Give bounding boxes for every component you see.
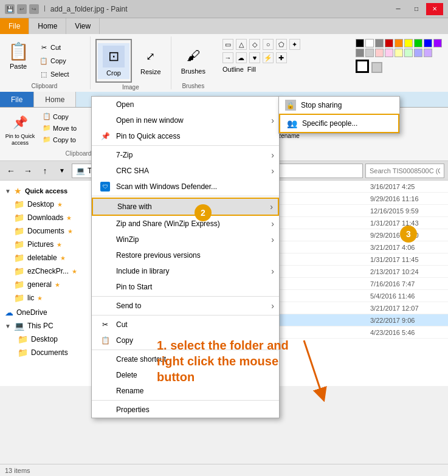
- ctx-restore[interactable]: Restore previous versions: [92, 247, 279, 263]
- shape-heart[interactable]: ♥: [249, 52, 260, 63]
- ctx-delete[interactable]: Delete: [92, 367, 279, 383]
- color-blue[interactable]: [424, 39, 432, 47]
- paint-tab-view[interactable]: View: [66, 18, 100, 34]
- color-gray2[interactable]: [356, 49, 364, 57]
- exp-copy-button[interactable]: 📋 Copy: [39, 111, 94, 122]
- up-button[interactable]: ↑: [38, 164, 52, 178]
- explorer-tab-file[interactable]: File: [0, 92, 34, 107]
- color-lightgreen[interactable]: [404, 49, 413, 57]
- brushes-button[interactable]: 🖌 Brushes: [176, 39, 210, 81]
- sidebar-item-downloads[interactable]: 📁 Downloads ★: [0, 211, 94, 224]
- ctx-pin-quick[interactable]: 📌 Pin to Quick access: [92, 128, 279, 144]
- shape-star4[interactable]: ✦: [289, 39, 300, 50]
- file-date-cell: 3/21/2017 4:06: [370, 244, 443, 251]
- ctx-copy[interactable]: 📋 Copy: [92, 333, 279, 348]
- ctx-cut[interactable]: ✂ Cut: [92, 317, 279, 333]
- exp-copyto-button[interactable]: 📁 Copy to: [39, 134, 94, 145]
- sidebar-item-ezcheck[interactable]: 📁 ezCheckPr... ★: [0, 264, 94, 278]
- paint-ribbon-tabs: File Home View: [0, 18, 448, 34]
- sidebar: ▼ ★ Quick access 📁 Desktop ★ 📁 Downloads…: [0, 181, 94, 386]
- shape-oval[interactable]: ○: [263, 39, 274, 50]
- shape-cross[interactable]: ✚: [276, 52, 287, 63]
- sidebar-item-pc-desktop[interactable]: 📁 Desktop: [0, 333, 94, 346]
- color-black[interactable]: [356, 39, 364, 47]
- color-orange[interactable]: [395, 39, 403, 47]
- shape-pentagon[interactable]: ⬠: [276, 39, 287, 50]
- shape-triangle[interactable]: △: [236, 39, 247, 50]
- close-button[interactable]: ✕: [426, 3, 443, 15]
- color-white[interactable]: [365, 39, 374, 47]
- sidebar-item-documents[interactable]: 📁 Documents ★: [0, 224, 94, 238]
- folder-icon-desktop: 📁: [14, 199, 24, 209]
- color-red[interactable]: [385, 39, 393, 47]
- sidebar-item-lic[interactable]: 📁 lic ★: [0, 291, 94, 305]
- select-button[interactable]: ⬚ Select: [36, 68, 85, 80]
- shape-diamond[interactable]: ◇: [249, 39, 260, 50]
- sidebar-item-desktop[interactable]: 📁 Desktop ★: [0, 198, 94, 211]
- ctx-crc-sha[interactable]: CRC SHA: [92, 163, 279, 179]
- color-pink[interactable]: [385, 49, 393, 57]
- ctx-pin-start[interactable]: Pin to Start: [92, 279, 279, 295]
- recent-button[interactable]: ▼: [55, 164, 69, 178]
- sidebar-item-thispc[interactable]: ▼ 💻 This PC: [0, 319, 94, 333]
- copy-button[interactable]: 📋 Copy: [36, 55, 85, 67]
- color-lavender[interactable]: [424, 49, 432, 57]
- ctx-winzip[interactable]: WinZip: [92, 232, 279, 247]
- exp-move-button[interactable]: 📁 Move to: [39, 123, 94, 133]
- share-stop-sharing[interactable]: 🔒 Stop sharing: [279, 97, 399, 114]
- crop-button[interactable]: ⊡ Crop: [98, 43, 129, 79]
- quick-access-icon3: ↪: [29, 4, 39, 14]
- color-gray[interactable]: [375, 39, 384, 47]
- minimize-button[interactable]: ─: [390, 3, 407, 15]
- color-purple[interactable]: [433, 39, 442, 47]
- resize-button[interactable]: ⤢ Resize: [136, 39, 166, 83]
- search-input[interactable]: [365, 164, 444, 178]
- sidebar-item-pictures[interactable]: 📁 Pictures ★: [0, 238, 94, 251]
- back-button[interactable]: ←: [4, 164, 18, 178]
- paste-button[interactable]: 📋 Paste: [4, 39, 33, 72]
- ctx-create-shortcut[interactable]: Create shortcut: [92, 351, 279, 367]
- ctx-7zip[interactable]: 7-Zip: [92, 147, 279, 163]
- sidebar-item-deletable[interactable]: 📁 deletable ★: [0, 251, 94, 264]
- color-yellow[interactable]: [404, 39, 413, 47]
- ctx-scan[interactable]: 🛡 Scan with Windows Defender...: [92, 179, 279, 195]
- ctx-zip-share[interactable]: Zip and Share (WinZip Express): [92, 216, 279, 232]
- cut-button[interactable]: ✂ Cut: [36, 41, 85, 53]
- forward-button[interactable]: →: [21, 164, 35, 178]
- share-specific-people[interactable]: 👥 Specific people...: [279, 114, 399, 133]
- ctx-include-lib[interactable]: Include in library: [92, 263, 279, 279]
- ctx-sep3: [92, 296, 279, 297]
- ctx-rename[interactable]: Rename: [92, 383, 279, 399]
- sidebar-item-general[interactable]: 📁 general ★: [0, 278, 94, 291]
- shape-cloud[interactable]: ☁: [236, 52, 247, 63]
- color2-swatch[interactable]: [371, 62, 382, 73]
- color-lightgray[interactable]: [365, 49, 374, 57]
- color-green[interactable]: [414, 39, 422, 47]
- ctx-properties[interactable]: Properties: [92, 402, 279, 418]
- shape-rect[interactable]: ▭: [222, 39, 233, 50]
- sidebar-thispc-label: This PC: [27, 322, 53, 330]
- file-date-cell: 3/21/2017 12:07: [370, 305, 443, 312]
- ctx-open[interactable]: Open: [92, 97, 279, 112]
- shape-arrow[interactable]: →: [222, 52, 233, 63]
- explorer-tab-home[interactable]: Home: [34, 92, 76, 107]
- sidebar-item-onedrive[interactable]: ☁ OneDrive: [0, 306, 94, 319]
- color-lightblue[interactable]: [414, 49, 422, 57]
- shape-lightning[interactable]: ⚡: [263, 52, 274, 63]
- ctx-share-with[interactable]: Share with: [92, 198, 279, 216]
- exp-move-icon: 📁: [43, 124, 51, 132]
- maximize-button[interactable]: □: [408, 3, 425, 15]
- clipboard-group-label: Clipboard: [32, 81, 58, 89]
- paint-tab-file[interactable]: File: [0, 18, 29, 34]
- color-lightred[interactable]: [375, 49, 384, 57]
- ctx-open-new[interactable]: Open in new window: [92, 112, 279, 128]
- annotation-circle-2: 2: [195, 204, 212, 221]
- color-lightyellow[interactable]: [395, 49, 403, 57]
- color1-swatch[interactable]: [356, 60, 369, 73]
- ctx-send-to[interactable]: Send to: [92, 298, 279, 314]
- paint-tab-home[interactable]: Home: [29, 18, 66, 34]
- sidebar-quick-access-header[interactable]: ▼ ★ Quick access: [0, 184, 94, 198]
- shapes-row: ▭ △ ◇ ○ ⬠ ✦: [222, 39, 346, 50]
- sidebar-item-pc-documents[interactable]: 📁 Documents: [0, 346, 94, 359]
- folder-icon-documents: 📁: [14, 226, 24, 236]
